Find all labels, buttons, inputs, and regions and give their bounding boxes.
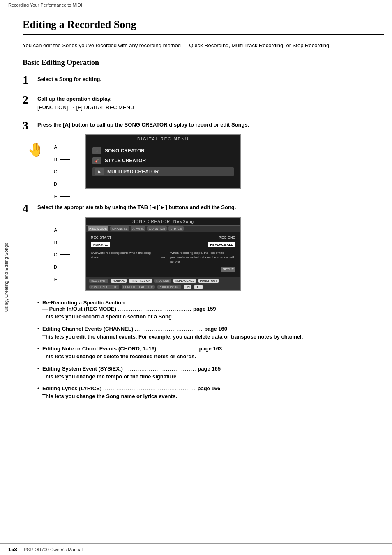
btn-a-row: A: [52, 143, 70, 152]
main-content: Editing a Recorded Song You can edit the…: [23, 10, 384, 429]
bullet-3-desc: This lets you change or delete the recor…: [42, 352, 384, 361]
sc-bottom-on: ON: [184, 285, 191, 289]
top-bar-text: Recording Your Performance to MIDI: [8, 2, 82, 7]
bottom-bar: 158 PSR-OR700 Owner's Manual: [0, 543, 392, 555]
sc-btn-e-label: E: [52, 277, 57, 282]
rec-menu-item-multipad: ▶ MULTI PAD CREATOR: [92, 167, 234, 176]
sc-btn-e-row: E: [52, 275, 70, 284]
step-1-text: Select a Song for editing.: [37, 75, 384, 83]
sc-bottom-punchin-at: PUNCH IN AT ... 001: [89, 285, 119, 289]
sc-values-row: NORMAL REPLACE ALL: [91, 242, 235, 247]
step-1-content: Select a Song for editing.: [37, 74, 384, 83]
bullet-5-dots: ........................................…: [103, 385, 196, 391]
step-2: 2 Call up the operation display. [FUNCTI…: [23, 93, 384, 112]
sc-tab-lyrics[interactable]: LYRICS: [168, 226, 183, 231]
sc-btn-a-row: A: [52, 226, 70, 235]
btn-e-label: E: [52, 194, 57, 199]
style-creator-label: STYLE CREATOR: [105, 158, 146, 164]
bullet-1-pageref: page 159: [193, 306, 216, 312]
hand-icon: 🤚: [28, 142, 44, 157]
song-creator-icon: ♩: [92, 147, 101, 154]
btn-a-label: A: [52, 145, 57, 150]
btn-d-line: [60, 184, 70, 184]
multipad-creator-icon: ▶: [95, 168, 104, 175]
step-1: 1 Select a Song for editing.: [23, 74, 384, 86]
top-bar: Recording Your Performance to MIDI: [0, 0, 392, 10]
btn-d-label: D: [52, 182, 57, 187]
sc-title: SONG CREATOR: NewSong: [86, 218, 240, 226]
sc-desc-left: Overwrite recording starts when the song…: [91, 251, 156, 265]
sc-tab-channel[interactable]: CHANNEL: [110, 226, 129, 231]
page-number: 158: [8, 546, 17, 553]
song-creator-box: SONG CREATOR: NewSong REC MODE CHANNEL A…: [85, 217, 241, 292]
sc-bottom-firstkey: FIRST KEY ON: [129, 279, 152, 283]
btn-c-row: C: [52, 167, 70, 176]
bullet-3-title: Editing Note or Chord Events (CHORD, 1–1…: [42, 345, 156, 352]
sc-btn-d-label: D: [52, 265, 57, 269]
bullet-1-subtitle: — Punch In/Out (REC MODE): [42, 306, 116, 312]
sc-btn-a-line: [60, 230, 70, 230]
bullet-5-title: Editing Lyrics (LYRICS): [42, 385, 101, 391]
left-buttons: A B C D E: [52, 143, 70, 201]
sc-desc-area: Overwrite recording starts when the song…: [91, 251, 235, 265]
step-3: 3 Press the [A] button to call up the SO…: [23, 119, 384, 195]
sc-desc-right: When recording stops, the rest of the pr…: [170, 251, 235, 265]
sc-tab-recmode[interactable]: REC MODE: [88, 226, 108, 231]
sc-bottom-recend: REC END: [154, 279, 171, 283]
sc-bottom-normal: NORMAL: [111, 279, 127, 283]
bullet-2-pageref: page 160: [204, 326, 227, 332]
bullet-2: Editing Channel Events (CHANNEL) .......…: [37, 326, 384, 341]
bullet-1: Re-Recording a Specific Section — Punch …: [37, 299, 384, 321]
bullet-5: Editing Lyrics (LYRICS) ................…: [37, 385, 384, 401]
rec-menu-items: ♩ SONG CREATOR 🎸 STYLE CREATOR ▶ MULTI P…: [86, 143, 240, 188]
sc-bottom-punchout: PUNCH OUT: [198, 279, 219, 283]
sc-rec-end-value: REPLACE ALL: [208, 242, 235, 247]
step-1-number: 1: [23, 74, 37, 86]
sc-btn-b-label: B: [52, 240, 57, 245]
bullet-4-dots: ......................................: [124, 366, 196, 372]
sc-bottom-replaceall: REPLACE ALL: [173, 279, 196, 283]
btn-b-row: B: [52, 155, 70, 164]
step-4-text: Select the appropriate tab by using the …: [37, 203, 384, 212]
song-creator-label: SONG CREATOR: [105, 148, 145, 154]
rec-menu-title: DIGITAL REC MENU: [86, 135, 240, 143]
sc-left-buttons: A B C D E: [52, 226, 70, 284]
bullet-2-dots: ....................................: [135, 326, 203, 332]
step-4-number: 4: [23, 202, 37, 214]
bullet-2-title: Editing Channel Events (CHANNEL): [42, 326, 133, 332]
sc-tab-quantize[interactable]: QUANTIZE: [147, 226, 167, 231]
sc-bottom-punchinout: PUNCH IN/OUT: [157, 285, 182, 289]
sc-labels-row: REC START REC END: [91, 235, 235, 240]
song-creator-diagram: ◄ TAB ► ◄ ► A B: [52, 217, 384, 292]
sidebar-text: Using, Creating and Editing Songs: [4, 243, 9, 312]
bullet-4-desc: This lets you change the tempo or the ti…: [42, 373, 384, 381]
bullet-4: Editing System Event (SYS/EX.) .........…: [37, 366, 384, 381]
step-4-content: Select the appropriate tab by using the …: [37, 202, 384, 405]
sc-btn-c-row: C: [52, 250, 70, 259]
sc-btn-d-row: D: [52, 263, 70, 272]
step-3-content: Press the [A] button to call up the SONG…: [37, 119, 384, 195]
bullet-1-title: Re-Recording a Specific Section: [42, 299, 125, 306]
bullet-2-desc: This lets you edit the channel events. F…: [42, 333, 384, 341]
sc-tab-ameas[interactable]: A-Meas: [131, 226, 145, 231]
bullet-3-dots: .....................: [158, 345, 198, 352]
multipad-creator-label: MULTI PAD CREATOR: [107, 169, 159, 175]
sc-setup-icon: SETUP: [221, 267, 235, 272]
sc-btn-c-line: [60, 254, 70, 255]
sc-btn-b-row: B: [52, 238, 70, 247]
section-title: Basic Editing Operation: [23, 58, 384, 67]
step-3-text: Press the [A] button to call up the SONG…: [37, 121, 384, 129]
step-3-number: 3: [23, 119, 37, 131]
bullet-4-pageref: page 165: [198, 366, 221, 372]
btn-c-label: C: [52, 169, 57, 174]
btn-e-line: [60, 196, 70, 197]
sc-btn-b-line: [60, 242, 70, 242]
step-2-content: Call up the operation display. [FUNCTION…: [37, 93, 384, 112]
bullet-3-pageref: page 163: [199, 345, 222, 352]
rec-menu-item-style: 🎸 STYLE CREATOR: [92, 157, 234, 164]
sidebar: Using, Creating and Editing Songs: [0, 16, 12, 539]
page-title: Editing a Recorded Song: [23, 18, 384, 35]
step-2-text: Call up the operation display.: [37, 95, 384, 103]
intro-text: You can edit the Songs you've recorded w…: [23, 41, 384, 50]
bullet-list: Re-Recording a Specific Section — Punch …: [37, 299, 384, 401]
